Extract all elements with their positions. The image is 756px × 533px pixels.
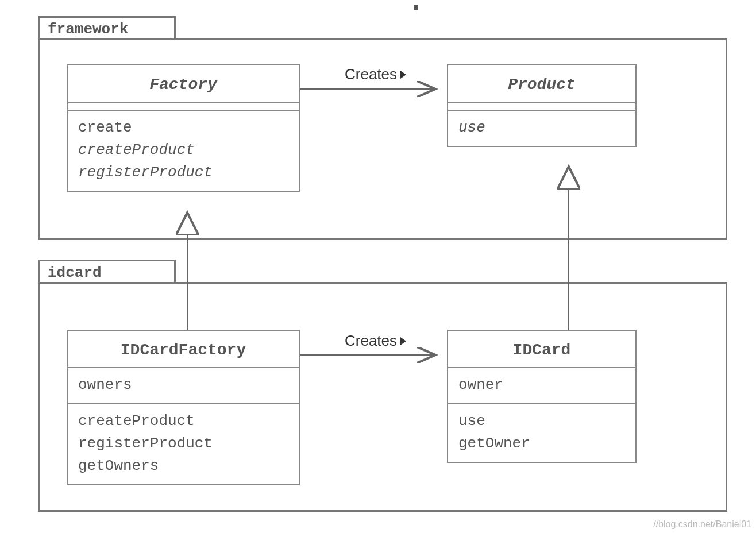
class-attributes: owner <box>448 368 635 404</box>
class-idcard: IDCard owner use getOwner <box>447 330 637 463</box>
class-idcardfactory: IDCardFactory owners createProduct regis… <box>67 330 300 485</box>
class-attributes: owners <box>68 368 299 404</box>
class-title: IDCardFactory <box>68 331 299 368</box>
attribute: owners <box>78 374 288 396</box>
diagram-canvas: framework idcard Factory create createPr… <box>0 0 756 533</box>
class-product: Product use <box>447 64 637 147</box>
class-attributes-empty <box>68 103 299 111</box>
method: registerProduct <box>78 161 288 184</box>
stray-dot <box>414 5 418 10</box>
method: createProduct <box>78 410 288 432</box>
relation-label-creates-bottom: Creates <box>345 332 406 350</box>
class-factory: Factory create createProduct registerPro… <box>67 64 300 192</box>
class-methods: use getOwner <box>448 404 635 462</box>
relation-label-creates-top: Creates <box>345 65 406 83</box>
relation-text: Creates <box>345 65 397 83</box>
package-label: idcard <box>48 264 102 281</box>
method: use <box>458 410 625 432</box>
relation-text: Creates <box>345 332 397 350</box>
class-title: Factory <box>68 65 299 103</box>
attribute: owner <box>458 374 625 396</box>
watermark: //blog.csdn.net/Baniel01 <box>653 519 751 530</box>
method: create <box>78 117 288 139</box>
class-methods: create createProduct registerProduct <box>68 111 299 191</box>
method: createProduct <box>78 139 288 161</box>
triangle-right-icon <box>400 71 406 79</box>
class-title: IDCard <box>448 331 635 368</box>
method: registerProduct <box>78 432 288 455</box>
class-methods: createProduct registerProduct getOwners <box>68 404 299 484</box>
triangle-right-icon <box>400 337 406 345</box>
class-methods: use <box>448 111 635 146</box>
package-tab-framework: framework <box>38 16 176 40</box>
method: getOwner <box>458 432 625 455</box>
package-label: framework <box>48 21 128 38</box>
method: getOwners <box>78 455 288 477</box>
class-title: Product <box>448 65 635 103</box>
method: use <box>458 117 625 139</box>
class-attributes-empty <box>448 103 635 111</box>
package-tab-idcard: idcard <box>38 260 176 284</box>
